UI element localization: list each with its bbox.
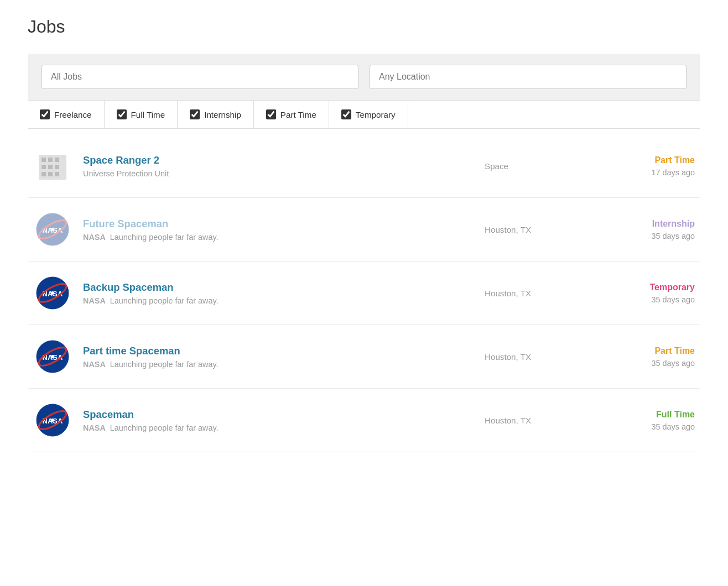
svg-rect-1 [41,158,46,162]
job-company: Universe Protection Unit [83,169,474,178]
job-title: Space Ranger 2 [83,154,474,166]
job-logo: NASA [33,401,72,440]
filter-bar: Freelance Full Time Internship Part Time… [28,100,700,129]
job-company: NASA Launching people far far away. [83,233,474,242]
job-age: 35 days ago [606,359,695,368]
job-meta: Part Time 17 days ago [606,155,695,177]
svg-rect-5 [48,165,53,169]
job-item[interactable]: NASA Spaceman NASA Launching people far … [28,389,700,452]
job-type: Full Time [606,410,695,420]
filter-checkbox-freelance[interactable] [40,109,50,119]
job-meta: Full Time 35 days ago [606,410,695,431]
filter-freelance[interactable]: Freelance [28,101,105,128]
location-search-input[interactable] [370,65,687,89]
job-logo: NASA [33,337,72,376]
job-meta: Temporary 35 days ago [606,282,695,304]
job-info: Backup Spaceman NASA Launching people fa… [83,281,474,305]
filter-temporary[interactable]: Temporary [329,101,408,128]
job-title: Future Spaceman [83,218,474,230]
jobs-search-input[interactable] [41,65,358,89]
job-meta: Part Time 35 days ago [606,346,695,368]
filter-label-internship: Internship [204,110,241,119]
filter-checkbox-internship[interactable] [190,109,200,119]
filter-checkbox-full-time[interactable] [117,109,127,119]
svg-rect-6 [55,165,59,169]
job-info: Space Ranger 2 Universe Protection Unit [83,154,474,178]
job-location: Houston, TX [485,225,595,234]
svg-point-29 [51,418,54,422]
search-bar [28,54,700,100]
job-list: Space Ranger 2 Universe Protection Unit … [28,134,700,452]
job-info: Part time Spaceman NASA Launching people… [83,345,474,369]
job-type: Temporary [606,282,695,292]
filter-full-time[interactable]: Full Time [105,101,178,128]
job-company: NASA Launching people far far away. [83,360,474,369]
filter-checkbox-part-time[interactable] [266,109,276,119]
svg-point-24 [51,355,54,358]
job-location: Houston, TX [485,416,595,425]
svg-rect-4 [41,165,46,169]
svg-rect-7 [41,172,46,176]
svg-rect-2 [48,158,53,162]
page-title: Jobs [28,17,700,37]
job-age: 35 days ago [606,295,695,304]
job-logo: NASA [33,210,72,249]
svg-rect-9 [55,172,59,176]
filter-internship[interactable]: Internship [178,101,254,128]
job-item[interactable]: NASA Future Spaceman NASA Launching peop… [28,198,700,261]
job-title: Spaceman [83,409,474,421]
job-meta: Internship 35 days ago [606,219,695,240]
job-type: Internship [606,219,695,229]
job-title: Backup Spaceman [83,281,474,294]
job-item[interactable]: NASA Part time Spaceman NASA Launching p… [28,325,700,389]
filter-label-part-time: Part Time [280,110,316,119]
job-company: NASA Launching people far far away. [83,423,474,432]
filter-part-time[interactable]: Part Time [254,101,329,128]
job-info: Future Spaceman NASA Launching people fa… [83,218,474,242]
svg-point-14 [51,228,54,231]
filter-checkbox-temporary[interactable] [341,109,351,119]
job-age: 35 days ago [606,232,695,240]
filter-label-freelance: Freelance [54,110,92,119]
job-location: Space [485,161,595,171]
job-info: Spaceman NASA Launching people far far a… [83,409,474,432]
svg-rect-8 [48,172,53,176]
filter-label-full-time: Full Time [131,110,165,119]
job-company: NASA Launching people far far away. [83,296,474,305]
job-type: Part Time [606,155,695,165]
filter-label-temporary: Temporary [356,110,396,119]
job-age: 17 days ago [606,168,695,177]
job-item[interactable]: Space Ranger 2 Universe Protection Unit … [28,134,700,198]
job-location: Houston, TX [485,352,595,362]
svg-rect-3 [55,158,59,162]
job-type: Part Time [606,346,695,356]
job-logo [33,146,72,185]
job-title: Part time Spaceman [83,345,474,357]
job-logo: NASA [33,274,72,312]
svg-point-19 [51,291,54,295]
job-age: 35 days ago [606,422,695,431]
job-location: Houston, TX [485,289,595,298]
job-item[interactable]: NASA Backup Spaceman NASA Launching peop… [28,261,700,325]
